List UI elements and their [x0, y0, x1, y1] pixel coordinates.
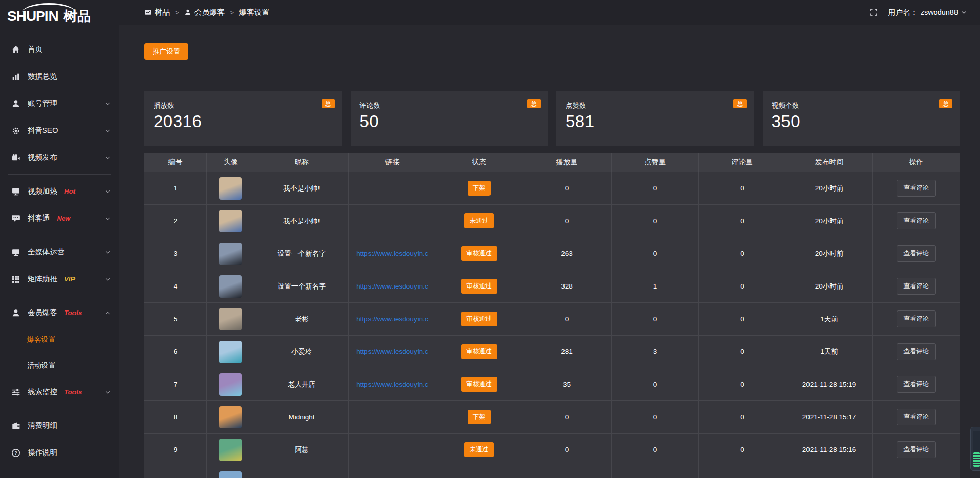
sidebar-item-视频发布[interactable]: 视频发布	[0, 144, 119, 171]
cell-time: 2021-11-28 15:16	[786, 434, 873, 466]
cell-link[interactable]: https://www.iesdouyin.c	[349, 336, 436, 368]
cell-id: 3	[144, 237, 207, 270]
chevron-up-icon	[105, 310, 111, 316]
cell-avatar	[207, 303, 255, 336]
cell-comments: 0	[699, 270, 786, 303]
sidebar-item-首页[interactable]: 首页	[0, 36, 119, 63]
status-button-审核通过[interactable]: 审核通过	[461, 246, 497, 261]
sidebar-divider	[8, 296, 111, 296]
cell-likes: 3	[612, 336, 699, 368]
cell-link[interactable]: https://www.iesdouyin.c	[349, 303, 436, 336]
sidebar-item-视频加热[interactable]: 视频加热Hot	[0, 178, 119, 205]
view-comments-button[interactable]: 查看评论	[897, 409, 936, 425]
sidebar-item-badge: Hot	[64, 187, 76, 195]
cell-link[interactable]: https://www.iesdouyin.c	[349, 270, 436, 303]
cell-avatar	[207, 401, 255, 434]
cell-comments: 0	[699, 434, 786, 466]
status-button-未通过[interactable]: 未通过	[464, 442, 494, 457]
table-row: 2我不是小帅!未通过00020小时前查看评论	[144, 205, 960, 237]
cell-avatar	[207, 270, 255, 303]
breadcrumb-item-爆客设置[interactable]: 爆客设置	[239, 8, 270, 17]
chart-icon	[11, 72, 20, 81]
stat-card-value: 20316	[154, 112, 335, 131]
view-comments-button[interactable]: 查看评论	[897, 310, 936, 327]
view-comments-button[interactable]: 查看评论	[897, 278, 936, 295]
floating-widget[interactable]	[970, 427, 980, 471]
cell-plays	[522, 466, 612, 478]
view-comments-button[interactable]: 查看评论	[897, 441, 936, 458]
user-menu[interactable]: 用户名：zswodun88	[888, 8, 967, 17]
cell-nickname: 我不是小帅!	[255, 205, 349, 237]
video-icon	[11, 153, 20, 162]
person-icon	[184, 9, 191, 16]
avatar	[219, 177, 242, 200]
view-comments-button[interactable]: 查看评论	[897, 376, 936, 393]
cell-link	[349, 172, 436, 205]
cell-likes: 0	[612, 237, 699, 270]
stat-card-视频个数: 视频个数350总	[763, 91, 960, 146]
sidebar-item-全媒体运营[interactable]: 全媒体运营	[0, 238, 119, 266]
view-comments-button[interactable]: 查看评论	[897, 180, 936, 197]
column-header-点赞量: 点赞量	[612, 153, 699, 172]
chevron-down-icon	[105, 216, 111, 222]
stat-card-total-badge: 总	[527, 99, 541, 108]
table-row: 9阿慧未通过0002021-11-28 15:16查看评论	[144, 434, 960, 466]
status-button-审核通过[interactable]: 审核通过	[461, 279, 497, 294]
cell-link[interactable]: https://www.iesdouyin.c	[349, 237, 436, 270]
sidebar-item-抖音SEO[interactable]: 抖音SEO	[0, 117, 119, 144]
stat-card-total-badge: 总	[939, 99, 952, 108]
cell-avatar	[207, 205, 255, 237]
floating-widget-slot	[973, 431, 980, 453]
cell-id: 5	[144, 303, 207, 336]
cell-status: 审核通过	[436, 270, 522, 303]
promo-settings-button[interactable]: 推广设置	[144, 43, 188, 60]
sidebar-item-抖客通[interactable]: 抖客通New	[0, 205, 119, 232]
cell-link[interactable]: https://www.iesdouyin.c	[349, 368, 436, 401]
stat-card-播放数: 播放数20316总	[144, 91, 342, 146]
breadcrumb-item-树品[interactable]: 树品	[144, 8, 170, 17]
sidebar-subitem-活动设置[interactable]: 活动设置	[0, 352, 119, 378]
cell-time: 1天前	[786, 303, 873, 336]
cell-likes: 0	[612, 303, 699, 336]
avatar	[219, 341, 242, 363]
cell-id: 6	[144, 336, 207, 368]
sidebar-item-矩阵助推[interactable]: 矩阵助推VIP	[0, 266, 119, 293]
cell-plays: 0	[522, 401, 612, 434]
cell-comments: 0	[699, 303, 786, 336]
cell-avatar	[207, 237, 255, 270]
cell-likes: 1	[612, 270, 699, 303]
logo[interactable]: SHUPIN 树品	[0, 0, 119, 31]
cell-time: 2021-11-28 15:19	[786, 368, 873, 401]
view-comments-button[interactable]: 查看评论	[897, 245, 936, 262]
cell-likes: 0	[612, 434, 699, 466]
sidebar-item-账号管理[interactable]: 账号管理	[0, 90, 119, 117]
cell-status: 审核通过	[436, 237, 522, 270]
column-header-链接: 链接	[349, 153, 436, 172]
sidebar-item-会员爆客[interactable]: 会员爆客Tools	[0, 299, 119, 326]
main-area: 树品>会员爆客>爆客设置 用户名：zswodun88 推广设置 播放数20316…	[119, 0, 980, 478]
sidebar-subitem-爆客设置[interactable]: 爆客设置	[0, 326, 119, 352]
sidebar-item-数据总览[interactable]: 数据总览	[0, 63, 119, 90]
cell-nickname: 我不是小帅!	[255, 172, 349, 205]
breadcrumb-item-会员爆客[interactable]: 会员爆客	[184, 8, 225, 17]
view-comments-button[interactable]: 查看评论	[897, 212, 936, 229]
stat-card-点赞数: 点赞数581总	[556, 91, 754, 146]
sidebar-item-消费明细[interactable]: 消费明细	[0, 412, 119, 439]
cell-status: 未通过	[436, 205, 522, 237]
sidebar-divider	[8, 174, 111, 175]
status-button-审核通过[interactable]: 审核通过	[461, 312, 497, 326]
cell-time: 20小时前	[786, 237, 873, 270]
cell-link	[349, 434, 436, 466]
cell-likes: 0	[612, 401, 699, 434]
cell-likes	[612, 466, 699, 478]
view-comments-button[interactable]: 查看评论	[897, 343, 936, 360]
status-button-未通过[interactable]: 未通过	[464, 213, 494, 228]
status-button-下架[interactable]: 下架	[468, 410, 491, 424]
status-button-审核通过[interactable]: 审核通过	[461, 377, 497, 392]
status-button-审核通过[interactable]: 审核通过	[461, 344, 497, 359]
fullscreen-icon[interactable]	[870, 8, 878, 16]
sidebar-item-操作说明[interactable]: ?操作说明	[0, 439, 119, 466]
status-button-下架[interactable]: 下架	[468, 181, 491, 196]
sidebar-item-线索监控[interactable]: 线索监控Tools	[0, 378, 119, 405]
cell-nickname: Midnight	[255, 401, 349, 434]
